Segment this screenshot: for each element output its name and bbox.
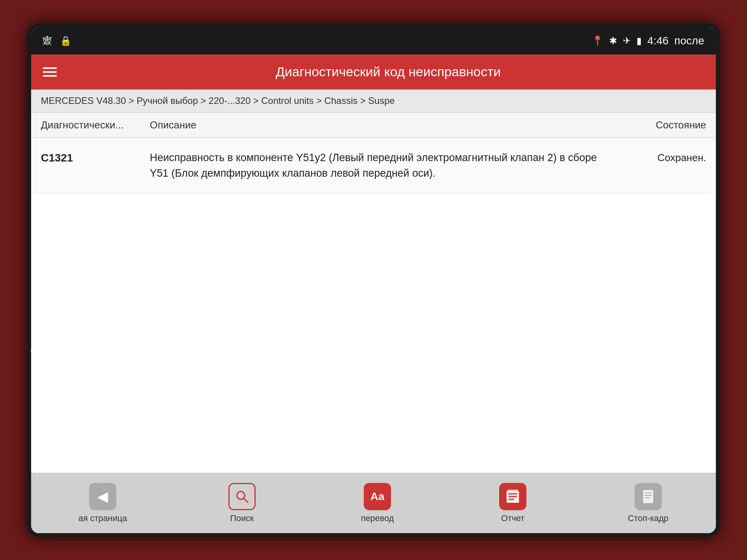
status-bar: 🕸 🔒 📍 ✱ ✈ ▮ 4:46 после xyxy=(31,27,716,54)
nav-item-search[interactable]: Поиск xyxy=(207,483,277,523)
hamburger-line-1 xyxy=(43,67,57,69)
prev-page-icon: ◀ xyxy=(89,483,116,510)
hamburger-line-3 xyxy=(43,75,57,77)
nav-item-freeze-frame[interactable]: Стоп-кадр xyxy=(613,483,683,523)
nav-label-report: Отчет xyxy=(501,513,524,523)
report-icon xyxy=(499,483,526,510)
antenna-icon: 🕸 xyxy=(43,35,52,46)
cell-status: Сохранен. xyxy=(609,150,706,164)
breadcrumb-text: MERCEDES V48.30 > Ручной выбор > 220-...… xyxy=(41,95,395,106)
column-header-code: Диагностически... xyxy=(41,119,150,131)
bluetooth-icon: ✱ xyxy=(609,35,617,46)
nav-item-report[interactable]: Отчет xyxy=(478,483,548,523)
battery-icon: ▮ xyxy=(637,35,642,46)
nav-label-translate: перевод xyxy=(361,513,394,523)
nav-item-translate[interactable]: Aa перевод xyxy=(342,483,412,523)
breadcrumb: MERCEDES V48.30 > Ручной выбор > 220-...… xyxy=(31,90,716,113)
tablet-screen: 🕸 🔒 📍 ✱ ✈ ▮ 4:46 после Диагностический к… xyxy=(31,27,716,533)
hamburger-menu-button[interactable] xyxy=(43,67,57,77)
status-suffix: после xyxy=(674,35,704,47)
table-header: Диагностически... Описание Состояние xyxy=(31,113,716,138)
svg-line-1 xyxy=(244,498,248,502)
search-icon xyxy=(228,483,256,510)
status-time: 4:46 xyxy=(647,35,669,47)
status-bar-left: 🕸 🔒 xyxy=(43,35,72,46)
airplane-icon: ✈ xyxy=(623,35,631,46)
svg-rect-7 xyxy=(643,490,653,503)
nav-label-prev-page: ая страница xyxy=(78,513,127,523)
table-row: C1321 Неисправность в компоненте Y51y2 (… xyxy=(31,138,716,193)
status-bar-right: 📍 ✱ ✈ ▮ 4:46 после xyxy=(592,35,704,47)
column-header-description: Описание xyxy=(150,119,609,131)
cell-code: C1321 xyxy=(41,150,150,164)
app-header: Диагностический код неисправности xyxy=(31,54,716,90)
cell-description: Неисправность в компоненте Y51y2 (Левый … xyxy=(150,150,609,181)
tablet-frame: 🕸 🔒 📍 ✱ ✈ ▮ 4:46 после Диагностический к… xyxy=(27,23,720,537)
nav-label-freeze-frame: Стоп-кадр xyxy=(628,513,669,523)
nav-item-prev-page[interactable]: ◀ ая страница xyxy=(64,483,142,523)
table-content: C1321 Неисправность в компоненте Y51y2 (… xyxy=(31,138,716,473)
header-title: Диагностический код неисправности xyxy=(72,64,704,79)
location-icon: 📍 xyxy=(592,35,603,46)
lock-icon: 🔒 xyxy=(60,35,72,46)
translate-icon: Aa xyxy=(364,483,391,510)
bottom-nav: ◀ ая страница Поиск Aa перевод xyxy=(31,473,716,533)
hamburger-line-2 xyxy=(43,71,57,73)
svg-rect-6 xyxy=(507,490,518,492)
column-header-status: Состояние xyxy=(609,119,706,131)
nav-label-search: Поиск xyxy=(230,513,254,523)
freeze-frame-icon xyxy=(635,483,662,510)
